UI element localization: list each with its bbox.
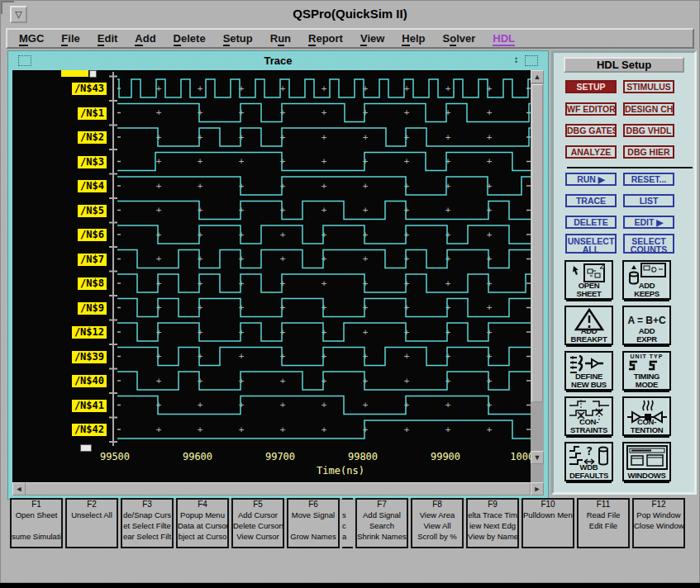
con--tention-button[interactable]: CON-TENTION [622,396,671,436]
add-keeps-button[interactable]: ADDKEEPS [622,260,671,300]
fkey-action: View All [412,520,462,531]
vertical-scrollbar-thumb[interactable] [531,84,543,402]
menu-item-help[interactable]: Help [402,32,425,45]
signal-label[interactable]: /N$8 [78,277,107,290]
add-expr-button[interactable]: A = B+CADDEXPR [622,306,671,345]
menu-item-edit[interactable]: Edit [98,32,118,45]
trace-maximize-icon[interactable] [525,55,538,66]
vertical-scrollbar[interactable]: ▲ ▼ [531,70,544,484]
menu-item-hdl[interactable]: HDL [493,32,515,45]
dbg-gates-button[interactable]: DBG GATES [565,124,617,137]
fkey-f5-button[interactable]: F5Add CursorDelete CursorsView Cursor [231,498,284,548]
stimulus-button[interactable]: STIMULUS [623,80,674,93]
fkey-f4-button[interactable]: F4Popup MenuData at Cursorbject at Curso [176,498,229,548]
fkey-f10-button[interactable]: F10Pulldown Menu [521,498,574,548]
fkey-action: Add Cursor [233,510,283,520]
menu-item-run[interactable]: Run [270,32,291,45]
fkey-f8-button[interactable]: F8View AreaView AllScroll by % [411,498,464,548]
svg-text:+: + [239,278,245,289]
fkey-action [67,531,117,542]
horizontal-scrollbar[interactable]: ◄ [12,482,531,496]
fkey-action [67,520,117,531]
signal-label[interactable]: /N$3 [78,156,107,168]
trace-minimize-icon[interactable]: •• [515,57,520,64]
signal-label[interactable]: /N$43 [72,83,107,95]
svg-text:+: + [198,351,203,362]
timing-mode-button[interactable]: UNIT TYPTIMINGMODE [622,351,671,391]
signal-label[interactable]: /N$40 [72,375,107,387]
unselect-all-button[interactable]: UNSELECTALL [565,234,617,254]
con--straints-button[interactable]: CON-STRAINTS [564,396,613,436]
menu-item-mgc[interactable]: MGC [19,32,44,45]
svg-text:+: + [487,327,493,338]
fkey-action [523,531,573,542]
scroll-left-icon[interactable]: ◄ [12,482,26,496]
svg-text:+: + [280,254,286,264]
scroll-down-icon[interactable]: ▼ [531,451,544,464]
svg-text:+: + [280,181,286,192]
signal-label[interactable]: /N$2 [78,131,107,144]
svg-text:+: + [321,181,327,192]
svg-text:+: + [198,205,203,216]
fkey-action: Scroll by % [412,531,462,542]
scroll-right-icon[interactable]: ► [531,482,544,496]
menu-item-add[interactable]: Add [135,32,155,45]
signal-label[interactable]: /N$9 [78,302,107,315]
fkey-f11-button[interactable]: F11Read FileEdit File [577,498,630,548]
fkey-f9-button[interactable]: F9elta Trace Timiew Next EdgView by Name [466,498,519,548]
fkey-f3-button[interactable]: F3de/Snap Curset Select Filteear Select … [121,498,174,548]
hdl-setup-panel: HDL Setup SETUPSTIMULUSWF EDITORDESIGN C… [551,50,697,495]
fkey-f2-button[interactable]: F2Unselect All [65,498,118,548]
setup-button[interactable]: SETUP [565,80,617,93]
fkey-f7-button[interactable]: F7Add SignalSearchShrink Names [355,498,408,548]
fkey-f6-button[interactable]: F6Move Signal Grow Names [287,498,340,548]
reset-button[interactable]: RESET... [623,173,674,186]
svg-text:+: + [445,327,451,338]
edit-button[interactable]: EDIT ▶ [623,216,674,229]
signal-label[interactable]: /N$7 [78,254,107,266]
open-sheet-button[interactable]: OPENSHEET [564,260,613,300]
wdb-defaults-button[interactable]: ?WDBDEFAULTS [564,442,613,481]
svg-text:+: + [321,254,327,264]
add-breakpt-button[interactable]: ADDBREAKPT [564,306,613,345]
list-button[interactable]: LIST [623,194,674,207]
add-expr-icon: A = B+C [624,308,669,326]
svg-text:+: + [198,83,203,94]
design-chg-button[interactable]: DESIGN CHG [623,102,674,116]
menu-item-setup[interactable]: Setup [223,32,253,45]
menu-item-file[interactable]: File [61,32,79,45]
select-counts-button[interactable]: SELECTCOUNTS [623,234,674,254]
dbg-hier-button[interactable]: DBG HIER [623,145,674,159]
trace-plot-area[interactable]: /N$43/N$1/N$2/N$3/N$4/N$5/N$6/N$7/N$8/N$… [12,70,531,484]
dbg-vhdl-button[interactable]: DBG VHDL [623,124,674,137]
signal-label[interactable]: /N$12 [72,326,107,339]
svg-text:+: + [404,230,410,240]
svg-text:+: + [239,327,245,338]
signal-label[interactable]: /N$4 [78,180,107,192]
menu-item-solver[interactable]: Solver [443,32,476,45]
fkey-label: F3 [122,500,172,510]
signal-label[interactable]: /N$1 [78,107,107,120]
signal-label[interactable]: /N$42 [72,424,107,436]
fkey-f12-button[interactable]: F12Pop WindowClose Window [632,498,685,548]
menu-item-delete[interactable]: Delete [174,32,206,45]
fkey-f1-button[interactable]: F1Open Sheet sume Simulatio [10,498,63,548]
scroll-up-icon[interactable]: ▲ [531,70,544,83]
signal-label[interactable]: /N$39 [72,351,107,363]
define-newbus-button[interactable]: DEFINENEW BUS [564,351,613,391]
svg-text:+: + [487,205,493,216]
trace-title-bar[interactable]: Trace •• [10,53,546,69]
windows-button[interactable]: WINDOWS [622,442,671,481]
svg-text:+: + [156,181,162,192]
signal-label[interactable]: /N$6 [78,229,107,241]
delete-button[interactable]: DELETE [565,216,617,229]
wf-editor-button[interactable]: WF EDITOR [565,102,617,116]
signal-label[interactable]: /N$41 [72,400,107,412]
signal-label[interactable]: /N$5 [78,205,107,217]
trace-button[interactable]: TRACE [565,194,617,207]
analyze-button[interactable]: ANALYZE [565,145,617,159]
run-button[interactable]: RUN ▶ [565,173,617,186]
menu-item-view[interactable]: View [360,32,384,45]
menu-item-report[interactable]: Report [308,32,343,45]
application-window: ▽ QSPro(QuickSim II) MGCFileEditAddDelet… [0,0,700,583]
